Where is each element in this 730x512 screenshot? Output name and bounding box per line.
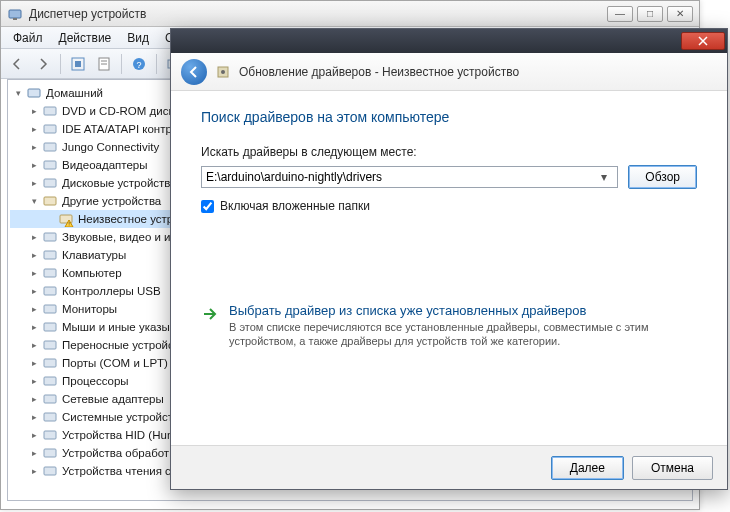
- svg-rect-3: [75, 61, 81, 67]
- device-icon: !: [58, 211, 74, 227]
- svg-point-38: [221, 70, 225, 74]
- svg-rect-34: [44, 431, 56, 439]
- toolbar-separator: [60, 54, 61, 74]
- svg-rect-13: [28, 89, 40, 97]
- expander-icon[interactable]: ▸: [28, 159, 40, 171]
- svg-rect-28: [44, 323, 56, 331]
- toolbar-show-hidden[interactable]: [66, 52, 90, 76]
- pick-from-list-option[interactable]: Выбрать драйвер из списка уже установлен…: [201, 303, 697, 348]
- expander-icon[interactable]: ▸: [28, 411, 40, 423]
- wizard-titlebar[interactable]: [171, 29, 727, 53]
- svg-rect-0: [9, 10, 21, 18]
- toolbar-back[interactable]: [5, 52, 29, 76]
- expander-icon[interactable]: ▸: [28, 177, 40, 189]
- expander-icon[interactable]: ▸: [28, 141, 40, 153]
- device-icon: [42, 265, 58, 281]
- svg-rect-32: [44, 395, 56, 403]
- driver-path-combobox[interactable]: ▾: [201, 166, 618, 188]
- wizard-heading: Поиск драйверов на этом компьютере: [201, 109, 697, 125]
- expander-icon[interactable]: ▸: [28, 231, 40, 243]
- tree-item-label: Домашний: [46, 84, 103, 102]
- device-icon: [42, 139, 58, 155]
- cancel-button[interactable]: Отмена: [632, 456, 713, 480]
- include-subfolders-row[interactable]: Включая вложенные папки: [201, 199, 697, 213]
- tree-item-label: Компьютер: [62, 264, 122, 282]
- device-icon: [42, 337, 58, 353]
- menu-action[interactable]: Действие: [51, 29, 120, 47]
- toolbar-forward[interactable]: [31, 52, 55, 76]
- device-icon: [42, 463, 58, 479]
- svg-rect-17: [44, 161, 56, 169]
- expander-icon[interactable]: ▸: [28, 357, 40, 369]
- svg-rect-35: [44, 449, 56, 457]
- tree-item-label: Переносные устройс: [62, 336, 174, 354]
- menu-view[interactable]: Вид: [119, 29, 157, 47]
- browse-button[interactable]: Обзор: [628, 165, 697, 189]
- driver-path-input[interactable]: [206, 170, 595, 184]
- expander-icon[interactable]: ▸: [28, 249, 40, 261]
- update-driver-wizard: Обновление драйверов - Неизвестное устро…: [170, 28, 728, 490]
- device-icon: [42, 319, 58, 335]
- expander-icon[interactable]: ▾: [28, 195, 40, 207]
- tree-item-label: Сетевые адаптеры: [62, 390, 164, 408]
- minimize-button[interactable]: ―: [607, 6, 633, 22]
- expander-icon[interactable]: ▸: [28, 321, 40, 333]
- expander-icon[interactable]: ▸: [28, 465, 40, 477]
- tree-item-label: Устройства HID (Hum: [62, 426, 176, 444]
- svg-rect-30: [44, 359, 56, 367]
- toolbar-help-icon[interactable]: ?: [127, 52, 151, 76]
- wizard-back-button[interactable]: [181, 59, 207, 85]
- toolbar-separator: [121, 54, 122, 74]
- svg-rect-29: [44, 341, 56, 349]
- tree-item-label: Устройства обработк: [62, 444, 174, 462]
- titlebar[interactable]: Диспетчер устройств ― □ ✕: [1, 1, 699, 27]
- wizard-body: Поиск драйверов на этом компьютере Искат…: [171, 91, 727, 358]
- expander-icon[interactable]: ▾: [12, 87, 24, 99]
- tree-item-label: Мониторы: [62, 300, 117, 318]
- expander-icon[interactable]: ▸: [28, 285, 40, 297]
- expander-icon[interactable]: ▸: [28, 123, 40, 135]
- expander-icon[interactable]: ▸: [28, 393, 40, 405]
- wizard-title: Обновление драйверов - Неизвестное устро…: [239, 65, 519, 79]
- expander-icon[interactable]: ▸: [28, 267, 40, 279]
- maximize-button[interactable]: □: [637, 6, 663, 22]
- device-icon: [42, 175, 58, 191]
- toolbar-separator: [156, 54, 157, 74]
- device-icon: [42, 121, 58, 137]
- device-icon: [42, 355, 58, 371]
- expander-icon[interactable]: ▸: [28, 429, 40, 441]
- svg-rect-31: [44, 377, 56, 385]
- svg-rect-24: [44, 251, 56, 259]
- tree-item-label: IDE ATA/ATAPI контр: [62, 120, 172, 138]
- wizard-close-button[interactable]: [681, 32, 725, 50]
- expander-icon[interactable]: ▸: [28, 447, 40, 459]
- tree-item-label: Неизвестное устр: [78, 210, 173, 228]
- toolbar-properties[interactable]: [92, 52, 116, 76]
- svg-rect-18: [44, 179, 56, 187]
- tree-item-label: Другие устройства: [62, 192, 161, 210]
- menu-file[interactable]: Файл: [5, 29, 51, 47]
- expander-icon[interactable]: ▸: [28, 105, 40, 117]
- dropdown-arrow-icon[interactable]: ▾: [595, 168, 613, 186]
- expander-icon[interactable]: ▸: [28, 339, 40, 351]
- wizard-header: Обновление драйверов - Неизвестное устро…: [171, 53, 727, 91]
- pick-option-title: Выбрать драйвер из списка уже установлен…: [229, 303, 669, 318]
- expander-icon[interactable]: ▸: [28, 303, 40, 315]
- close-button[interactable]: ✕: [667, 6, 693, 22]
- include-subfolders-checkbox[interactable]: [201, 200, 214, 213]
- arrow-right-icon: [201, 305, 219, 323]
- device-icon: [42, 229, 58, 245]
- device-icon: [42, 391, 58, 407]
- svg-rect-1: [13, 18, 17, 20]
- tree-item-label: Контроллеры USB: [62, 282, 161, 300]
- device-icon: [26, 85, 42, 101]
- svg-rect-16: [44, 143, 56, 151]
- expander-icon[interactable]: [44, 213, 56, 225]
- device-icon: [42, 445, 58, 461]
- device-icon: [42, 283, 58, 299]
- device-icon: [42, 193, 58, 209]
- svg-text:?: ?: [136, 60, 141, 70]
- expander-icon[interactable]: ▸: [28, 375, 40, 387]
- next-button[interactable]: Далее: [551, 456, 624, 480]
- tree-item-label: Клавиатуры: [62, 246, 126, 264]
